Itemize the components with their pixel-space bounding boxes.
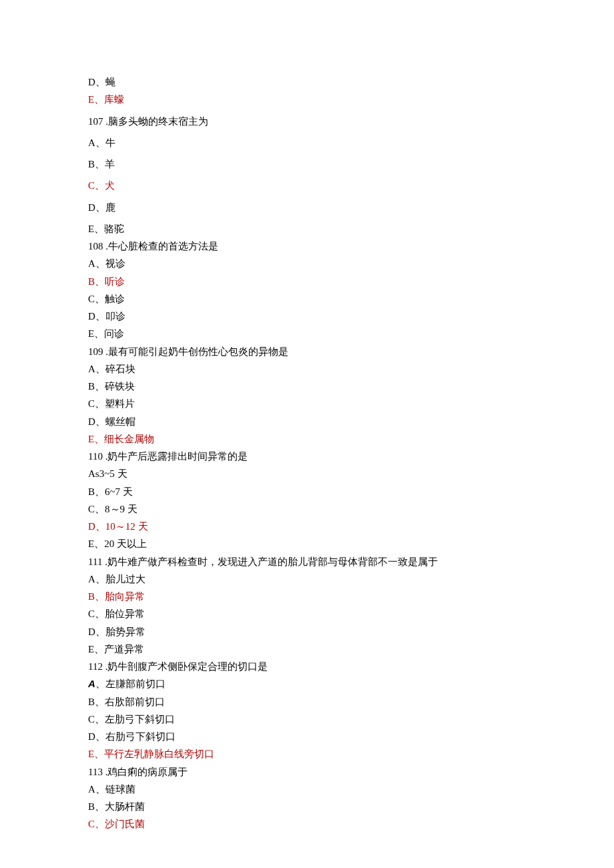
text-line: As3~5 天 bbox=[88, 465, 614, 482]
text-line: A、胎儿过大 bbox=[88, 570, 614, 588]
text-line: A、左膁部前切口 bbox=[88, 675, 614, 693]
text-line: B、听诊 bbox=[88, 273, 614, 290]
text-line: B、碎铁块 bbox=[88, 378, 614, 395]
text-line: D、螺丝帽 bbox=[88, 413, 614, 430]
text-line: C、8～9 天 bbox=[88, 500, 614, 518]
text-line: D、胎势异常 bbox=[88, 623, 614, 640]
text-line: B、大肠杆菌 bbox=[88, 798, 614, 815]
text-line: A、链球菌 bbox=[88, 781, 614, 798]
text-line: E、库蠓 bbox=[88, 91, 614, 108]
text-line: E、细长金属物 bbox=[88, 430, 614, 448]
text-line: C、胎位异常 bbox=[88, 605, 614, 622]
text-line: D、右肋弓下斜切口 bbox=[88, 728, 614, 745]
document-body: D、蝇E、库蠓107 .脑多头蚴的终末宿主为A、牛B、羊C、犬D、鹿E、骆驼10… bbox=[88, 73, 614, 833]
text-line: 109 .最有可能引起奶牛创伤性心包炎的异物是 bbox=[88, 343, 614, 360]
text-line: 111 .奶牛难产做产科检查时，发现进入产道的胎儿背部与母体背部不一致是属于 bbox=[88, 553, 614, 570]
text-line: E、骆驼 bbox=[88, 220, 614, 238]
text-line: A、牛 bbox=[88, 134, 614, 151]
text-line: B、羊 bbox=[88, 155, 614, 173]
text-line: B、6~7 天 bbox=[88, 483, 614, 500]
text-line: C、触诊 bbox=[88, 290, 614, 308]
text-line: E、平行左乳静脉白线旁切口 bbox=[88, 745, 614, 763]
text-line: D、叩诊 bbox=[88, 308, 614, 325]
text-line: 107 .脑多头蚴的终末宿主为 bbox=[88, 113, 614, 130]
text-line: D、蝇 bbox=[88, 73, 614, 91]
text-line: C、塑料片 bbox=[88, 395, 614, 412]
text-line: D、鹿 bbox=[88, 199, 614, 216]
text-line: E、问诊 bbox=[88, 325, 614, 342]
text-line: 110 .奶牛产后恶露排出时间异常的是 bbox=[88, 448, 614, 465]
text-line: C、犬 bbox=[88, 177, 614, 194]
option-letter: A bbox=[88, 678, 95, 689]
text-line: A、视诊 bbox=[88, 255, 614, 272]
text-line: D、10～12 天 bbox=[88, 518, 614, 535]
text-line: 113 .鸡白痢的病原属于 bbox=[88, 763, 614, 781]
text-line: E、20 天以上 bbox=[88, 535, 614, 552]
text-line: C、沙门氏菌 bbox=[88, 815, 614, 833]
text-line: 108 .牛心脏检查的首选方法是 bbox=[88, 238, 614, 255]
text-line: 112 .奶牛剖腹产术侧卧保定合理的切口是 bbox=[88, 658, 614, 675]
text-line: C、左肋弓下斜切口 bbox=[88, 711, 614, 728]
text-line: E、产道异常 bbox=[88, 640, 614, 658]
text-line: B、胎向异常 bbox=[88, 588, 614, 605]
text-line: A、碎石块 bbox=[88, 360, 614, 378]
text-line: B、右肷部前切口 bbox=[88, 693, 614, 711]
